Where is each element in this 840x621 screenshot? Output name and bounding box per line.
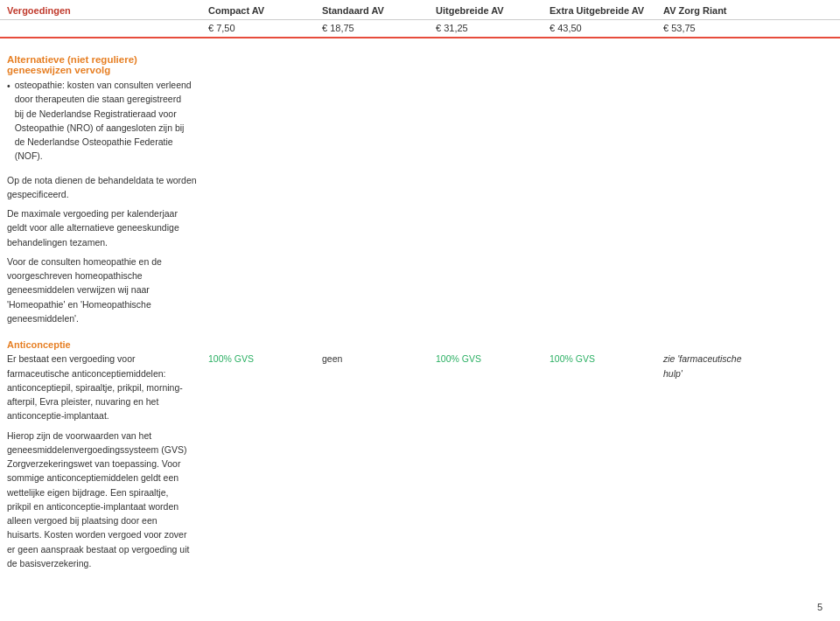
- ac-col3-value: geen: [315, 352, 429, 366]
- price-col2: € 7,50: [201, 23, 315, 33]
- para1: Op de nota dienen de behandeldata te wor…: [7, 173, 200, 202]
- section-alternatieve: Alternatieve (niet reguliere) geneeswijz…: [0, 54, 840, 164]
- anticonceptie-label-left: Anticonceptie: [0, 339, 201, 352]
- col6-header: AV Zorg Riant: [656, 5, 770, 16]
- col3-header: Standaard AV: [315, 5, 429, 16]
- empty-col4: [429, 54, 542, 164]
- section-alternatieve-heading: Alternatieve (niet reguliere) geneeswijz…: [7, 54, 192, 75]
- price-col3: € 18,75: [315, 23, 429, 33]
- price-col5: € 43,50: [542, 23, 656, 33]
- price-row: € 7,50 € 18,75 € 31,25 € 43,50 € 53,75: [0, 20, 840, 38]
- content-area: Alternatieve (niet reguliere) geneeswijz…: [0, 38, 840, 576]
- empty-col3: [315, 54, 429, 164]
- paragraphs-block: Op de nota dienen de behandeldata te wor…: [0, 164, 200, 326]
- para3: Voor de consulten homeopathie en de voor…: [7, 255, 200, 325]
- section-alternatieve-left: Alternatieve (niet reguliere) geneeswijz…: [0, 54, 201, 164]
- col5-header: Extra Uitgebreide AV: [542, 5, 656, 16]
- anticonceptie-text-part2-col: Hierop zijn de voorwaarden van het genee…: [0, 429, 201, 576]
- page-number: 5: [817, 602, 822, 612]
- bullet-item: • osteopathie: kosten van consulten verl…: [7, 78, 192, 164]
- ac-col4-value: 100% GVS: [429, 352, 542, 366]
- price-col4: € 31,25: [429, 23, 542, 33]
- bullet-text: osteopathie: kosten van consulten verlee…: [15, 78, 192, 164]
- empty-col6: [656, 54, 770, 164]
- anticonceptie-text2-row: Hierop zijn de voorwaarden van het genee…: [0, 429, 840, 576]
- para2: De maximale vergoeding per kalenderjaar …: [7, 206, 200, 249]
- section-anticonceptie: Anticonceptie Er bestaat een vergoeding …: [0, 339, 840, 576]
- anticonceptie-text-left: Er bestaat een vergoeding voor farmaceut…: [0, 352, 201, 428]
- col1-header: Vergoedingen: [0, 5, 201, 16]
- price-col1: [0, 23, 201, 33]
- anticonceptie-heading: Anticonceptie: [7, 339, 194, 350]
- header-row: Vergoedingen Compact AV Standaard AV Uit…: [0, 0, 840, 20]
- bullet-dot: •: [7, 79, 10, 93]
- ac-col2-value: 100% GVS: [201, 352, 315, 366]
- col2-header: Compact AV: [201, 5, 315, 16]
- anticonceptie-data-row: Er bestaat een vergoeding voor farmaceut…: [0, 352, 840, 428]
- col4-header: Uitgebreide AV: [429, 5, 542, 16]
- anticonceptie-text-part2: Hierop zijn de voorwaarden van het genee…: [7, 429, 194, 571]
- empty-col5: [542, 54, 656, 164]
- price-col6: € 53,75: [656, 23, 770, 33]
- anticonceptie-label-row: Anticonceptie: [0, 339, 840, 352]
- section-alternatieve-body: • osteopathie: kosten van consulten verl…: [7, 78, 192, 164]
- ac-col5-value: 100% GVS: [542, 352, 656, 366]
- anticonceptie-text-part1: Er bestaat een vergoeding voor farmaceut…: [7, 352, 194, 422]
- ac-col6-value: zie 'farmaceutische hulp': [656, 352, 770, 380]
- empty-col2: [201, 54, 315, 164]
